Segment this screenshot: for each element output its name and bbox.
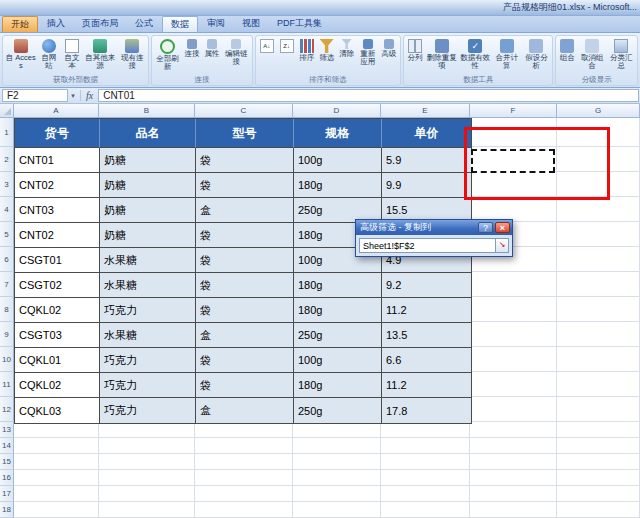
- cell-A6[interactable]: CSGT01: [15, 248, 100, 273]
- tab-公式[interactable]: 公式: [127, 16, 161, 32]
- formula-input[interactable]: CNT01: [98, 89, 639, 102]
- header-cell-型号[interactable]: 型号: [196, 119, 294, 148]
- tab-数据[interactable]: 数据: [162, 16, 198, 32]
- clear-button[interactable]: 清除: [337, 37, 357, 59]
- cell-D10[interactable]: 100g: [294, 348, 382, 373]
- cell-E9[interactable]: 13.5: [382, 323, 471, 348]
- from-other-sources-button[interactable]: 自其他来源: [83, 37, 117, 71]
- cell-E7[interactable]: 9.2: [382, 273, 471, 298]
- cell-C3[interactable]: 袋: [196, 173, 294, 198]
- cell-A10[interactable]: CQKL01: [15, 348, 100, 373]
- insert-function-icon[interactable]: fx: [80, 90, 98, 101]
- from-web-button[interactable]: 自网站: [38, 37, 61, 71]
- cell-B9[interactable]: 水果糖: [100, 323, 196, 348]
- cell-B11[interactable]: 巧克力: [100, 373, 196, 398]
- cell-B3[interactable]: 奶糖: [100, 173, 196, 198]
- row-header-9[interactable]: 9: [0, 322, 14, 347]
- tab-PDF工具集[interactable]: PDF工具集: [269, 16, 330, 32]
- cell-C4[interactable]: 盒: [196, 198, 294, 223]
- cell-D9[interactable]: 250g: [294, 323, 382, 348]
- range-input[interactable]: Sheet1!$F$2 ↘: [359, 238, 509, 253]
- column-header-F[interactable]: F: [470, 104, 557, 118]
- cell-D11[interactable]: 180g: [294, 373, 382, 398]
- row-header-1[interactable]: 1: [0, 118, 14, 147]
- name-box-dropdown-icon[interactable]: ▼: [68, 93, 80, 99]
- sort-button[interactable]: 排序: [297, 37, 317, 63]
- cell-C12[interactable]: 盒: [196, 398, 294, 423]
- cell-A8[interactable]: CQKL02: [15, 298, 100, 323]
- column-header-C[interactable]: C: [195, 104, 293, 118]
- filter-button[interactable]: 筛选: [317, 37, 337, 63]
- cell-C10[interactable]: 袋: [196, 348, 294, 373]
- header-cell-货号[interactable]: 货号: [15, 119, 100, 148]
- remove-duplicates-button[interactable]: 删除重复项: [425, 37, 458, 71]
- dialog-help-button[interactable]: ?: [478, 222, 493, 233]
- column-header-A[interactable]: A: [14, 104, 99, 118]
- cell-B12[interactable]: 巧克力: [100, 398, 196, 423]
- cell-A7[interactable]: CSGT02: [15, 273, 100, 298]
- cell-B8[interactable]: 巧克力: [100, 298, 196, 323]
- reapply-button[interactable]: 重新应用: [357, 37, 379, 67]
- row-header-12[interactable]: 12: [0, 397, 14, 422]
- cell-B6[interactable]: 水果糖: [100, 248, 196, 273]
- cell-D12[interactable]: 250g: [294, 398, 382, 423]
- cell-C11[interactable]: 袋: [196, 373, 294, 398]
- cell-A12[interactable]: CQKL03: [15, 398, 100, 423]
- tab-页面布局[interactable]: 页面布局: [74, 16, 126, 32]
- cell-C9[interactable]: 盒: [196, 323, 294, 348]
- row-header-16[interactable]: 16: [0, 470, 14, 486]
- cell-C2[interactable]: 袋: [196, 148, 294, 173]
- cell-B5[interactable]: 奶糖: [100, 223, 196, 248]
- data-validation-button[interactable]: 数据有效性: [458, 37, 491, 71]
- row-header-4[interactable]: 4: [0, 197, 14, 222]
- refresh-all-button[interactable]: 全部刷新: [153, 37, 182, 72]
- row-header-17[interactable]: 17: [0, 486, 14, 502]
- row-header-6[interactable]: 6: [0, 247, 14, 272]
- subtotal-button[interactable]: 分类汇总: [607, 37, 636, 71]
- cell-B4[interactable]: 奶糖: [100, 198, 196, 223]
- cell-D7[interactable]: 180g: [294, 273, 382, 298]
- cell-E12[interactable]: 17.8: [382, 398, 471, 423]
- cell-B2[interactable]: 奶糖: [100, 148, 196, 173]
- row-header-11[interactable]: 11: [0, 372, 14, 397]
- text-to-columns-button[interactable]: 分列: [405, 37, 425, 63]
- cell-E11[interactable]: 11.2: [382, 373, 471, 398]
- from-text-button[interactable]: 自文本: [60, 37, 83, 71]
- column-header-B[interactable]: B: [99, 104, 195, 118]
- advanced-button[interactable]: 高级: [379, 37, 399, 59]
- cell-E3[interactable]: 9.9: [382, 173, 471, 198]
- row-header-2[interactable]: 2: [0, 147, 14, 172]
- what-if-button[interactable]: 假设分析: [522, 37, 552, 71]
- marching-ants-cell-F2[interactable]: [471, 149, 555, 173]
- row-header-5[interactable]: 5: [0, 222, 14, 247]
- cell-C7[interactable]: 袋: [196, 273, 294, 298]
- row-header-14[interactable]: 14: [0, 438, 14, 454]
- tab-开始[interactable]: 开始: [2, 16, 38, 32]
- cell-E10[interactable]: 6.6: [382, 348, 471, 373]
- dialog-titlebar[interactable]: 高级筛选 - 复制到 ? ×: [356, 220, 512, 235]
- existing-connections-button[interactable]: 现有连接: [117, 37, 147, 71]
- tab-插入[interactable]: 插入: [39, 16, 73, 32]
- dialog-close-button[interactable]: ×: [495, 222, 510, 233]
- cell-E8[interactable]: 11.2: [382, 298, 471, 323]
- tab-审阅[interactable]: 审阅: [199, 16, 233, 32]
- cell-D2[interactable]: 100g: [294, 148, 382, 173]
- row-header-7[interactable]: 7: [0, 272, 14, 297]
- properties-button[interactable]: 属性: [202, 37, 222, 59]
- row-header-18[interactable]: 18: [0, 502, 14, 518]
- select-all-corner[interactable]: [0, 104, 14, 118]
- sort-za-button[interactable]: [277, 37, 297, 55]
- cell-A2[interactable]: CNT01: [15, 148, 100, 173]
- cell-E2[interactable]: 5.9: [382, 148, 471, 173]
- name-box[interactable]: F2: [2, 89, 68, 102]
- header-cell-单价[interactable]: 单价: [382, 119, 471, 148]
- column-header-E[interactable]: E: [381, 104, 470, 118]
- cell-B10[interactable]: 巧克力: [100, 348, 196, 373]
- group-button[interactable]: 组合: [557, 37, 577, 63]
- row-header-15[interactable]: 15: [0, 454, 14, 470]
- cell-D8[interactable]: 180g: [294, 298, 382, 323]
- tab-视图[interactable]: 视图: [234, 16, 268, 32]
- row-header-8[interactable]: 8: [0, 297, 14, 322]
- ungroup-button[interactable]: 取消组合: [577, 37, 606, 71]
- row-header-10[interactable]: 10: [0, 347, 14, 372]
